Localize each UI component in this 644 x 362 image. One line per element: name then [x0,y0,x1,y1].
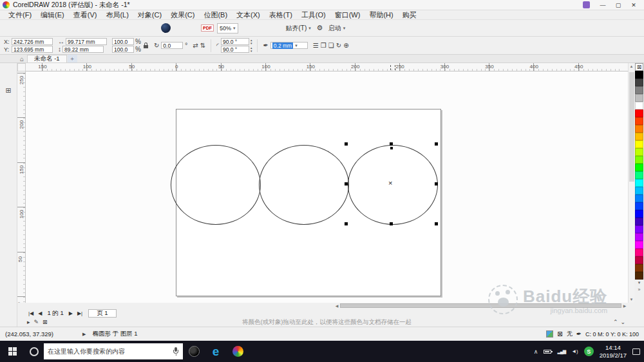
y-position-field[interactable]: 123.695 mm [12,46,53,53]
palette-option-down-icon[interactable]: ⌄ [620,319,625,325]
microphone-icon[interactable] [173,347,179,356]
toolbar-icon-redo[interactable] [123,23,134,34]
toolbar-icon-undo[interactable] [101,23,112,34]
palette-flyout-icon[interactable]: » [638,286,641,292]
publish-pdf-icon[interactable]: PDF [201,24,214,32]
account-icon[interactable] [583,1,590,8]
palette-swatch[interactable] [635,86,643,94]
battery-icon[interactable] [544,350,551,354]
palette-scroll-down-icon[interactable]: ▾ [638,280,641,286]
menu-item[interactable]: 对象(C) [133,10,166,20]
palette-swatch[interactable] [635,256,643,264]
action-center-icon[interactable] [632,348,640,355]
search-input[interactable] [48,348,170,355]
toolbar-icon-print[interactable] [35,23,46,34]
x-position-field[interactable]: 242.726 mm [12,38,53,45]
palette-swatch[interactable] [635,156,643,164]
tool-drop-shadow[interactable] [0,259,17,272]
tool-text[interactable] [0,218,17,232]
toolbar-icon-new-document[interactable] [3,23,14,34]
zoom-level-select[interactable]: 50% ▾ [217,23,238,33]
toolbar-icon-cut[interactable] [57,23,68,34]
mirror-vertical-icon[interactable]: ⇅ [200,42,205,49]
tool-curve[interactable] [0,164,17,178]
edge-browser-icon[interactable]: e [205,341,227,362]
scroll-right-icon[interactable]: ▶ [621,303,628,308]
taskbar-search[interactable] [44,343,183,359]
menu-item[interactable]: 文件(F) [4,10,36,20]
drawing-canvas[interactable]: × [26,71,628,303]
palette-swatch[interactable] [635,102,643,110]
toolbar-icon-redo-dropdown[interactable] [134,23,145,34]
horizontal-ruler[interactable]: 15010050050100150200250300350400450 [26,63,628,71]
start-button[interactable] [0,341,24,362]
to-back-icon[interactable]: ❏ [328,42,334,49]
palette-swatch[interactable] [635,79,643,86]
toolbar-icon-separator[interactable] [145,23,156,34]
menu-item[interactable]: 效果(C) [166,10,199,20]
mirror-horizontal-icon[interactable]: ⇄ [193,42,198,49]
palette-swatch[interactable] [635,71,643,79]
selection-handle-top-center[interactable] [390,142,393,146]
more-options-icon[interactable]: ⊕ [343,42,348,49]
horizontal-scrollbar[interactable]: ◀ ▶ [26,303,628,309]
ime-icon[interactable]: S [584,347,594,356]
tool-ellipse[interactable] [0,191,17,205]
clock[interactable]: 14:14 2019/2/17 [600,344,627,359]
no-color-icon[interactable]: ⊠ [43,319,48,325]
close-button[interactable]: ✕ [626,0,641,10]
toolbar-icon-import[interactable] [176,23,187,34]
lock-ratio-icon[interactable] [143,43,149,48]
document-palette-bar[interactable]: ▸ ✎ ⊠ 将颜色(或对象)拖动至此处，以便将这些颜色与文档存储在一起 ⌃ ⌄ [26,318,628,327]
toolbar-icon-separator[interactable] [46,23,57,34]
convert-to-curves-icon[interactable]: ↻ [336,42,341,49]
network-signal-icon[interactable]: ▂▄▆ [557,349,565,354]
tool-rectangle[interactable] [0,178,17,191]
toolbar-icon-separator[interactable] [90,23,101,34]
tool-parallel-dimension[interactable] [0,232,17,245]
page-tab[interactable]: 页 1 [88,309,116,318]
vertical-scroll-thumb[interactable] [629,72,634,182]
palette-swatch[interactable] [635,171,643,179]
tool-color-eyedropper[interactable] [0,286,17,300]
maximize-button[interactable]: ▢ [611,0,626,10]
palette-swatch[interactable] [635,233,643,241]
search-content-icon[interactable] [161,23,171,33]
selection-handle-bottom-left[interactable] [345,222,348,225]
menu-item[interactable]: 表格(T) [265,10,297,20]
menu-item[interactable]: 编辑(E) [36,10,69,20]
menu-item[interactable]: 查看(V) [69,10,102,20]
last-page-button[interactable]: ▶| [76,310,84,316]
menu-item[interactable]: 窗口(W) [330,10,365,20]
first-page-button[interactable]: |◀ [27,310,35,316]
object-height-field[interactable]: 89.22 mm [62,46,104,53]
palette-swatch[interactable] [635,264,643,272]
tool-transparency[interactable] [0,272,17,286]
menu-item[interactable]: 帮助(H) [365,10,397,20]
cortana-icon[interactable] [30,347,39,356]
palette-swatch[interactable] [635,133,643,140]
toolbar-icon-separator[interactable] [272,23,283,34]
object-width-field[interactable]: 99.717 mm [66,38,107,45]
selection-handle-middle-right[interactable] [435,182,438,186]
palette-swatch[interactable] [635,117,643,125]
selection-handle-bottom-right[interactable] [435,222,438,225]
toolbar-icon-export[interactable] [187,23,198,34]
palette-swatch[interactable] [635,110,643,117]
eyedropper-icon[interactable]: ✎ [34,319,39,325]
menu-item[interactable]: 文本(X) [232,10,265,20]
horizontal-scroll-thumb[interactable] [340,303,621,308]
scroll-up-icon[interactable]: ▲ [630,63,634,70]
palette-swatch[interactable] [635,272,643,280]
coreldraw-app-icon[interactable] [227,341,249,362]
tool-interactive-fill[interactable] [0,300,17,313]
toolbar-icon-show-rulers[interactable] [250,23,261,34]
previous-page-button[interactable]: ◀ [37,310,43,316]
vertical-scrollbar[interactable]: ▲ ▼ [628,63,634,303]
ruler-origin[interactable] [17,63,26,71]
palette-swatch[interactable] [635,225,643,233]
menu-item[interactable]: 工具(O) [297,10,330,20]
options-gear-icon[interactable]: ⚙ [314,23,325,34]
toolbar-icon-fullscreen-preview[interactable] [239,23,250,34]
palette-swatch[interactable] [635,241,643,249]
